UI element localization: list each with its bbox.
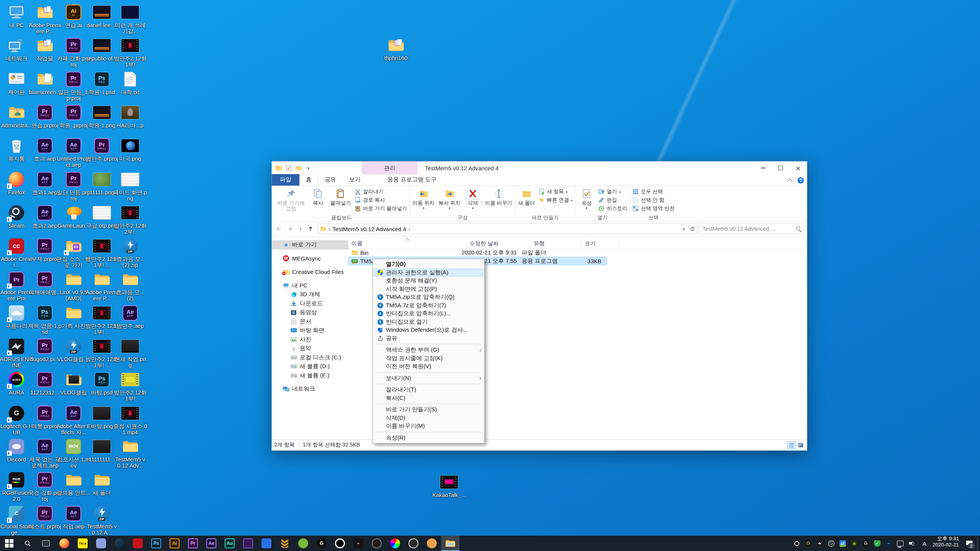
column-header[interactable]: 수정한 날짜 xyxy=(466,240,531,247)
maximize-button[interactable] xyxy=(772,161,789,174)
desktop-icon[interactable]: 작업물 xyxy=(31,36,59,62)
menu-item[interactable]: 속성(R) xyxy=(374,434,483,442)
desktop-icon[interactable]: bluescreen... xyxy=(31,70,59,95)
desktop-icon[interactable]: PsPSD제목 없음-1.psd xyxy=(31,304,59,335)
logitech-icon[interactable]: G xyxy=(862,540,869,547)
forward-button[interactable] xyxy=(286,224,296,234)
collapse-ribbon-icon[interactable] xyxy=(787,179,793,184)
network-tray-icon[interactable] xyxy=(897,540,903,547)
sidebar-item[interactable]: 바탕 화면 xyxy=(272,326,348,335)
taskbar-app-kakaotalk[interactable]: TALK xyxy=(74,536,92,551)
desktop-icon[interactable]: 밤만주2 12화 1부! xyxy=(116,370,144,402)
ime-indicator[interactable]: A xyxy=(919,536,930,551)
desktop-icon[interactable]: LinX v0.9.5 (AMD) xyxy=(59,270,88,302)
desktop-icon[interactable]: PrPROJ학원 .prproj xyxy=(59,103,88,129)
desktop-icon[interactable]: PrAdobe Premiere Pro xyxy=(2,270,31,302)
taskbar-app-aura-small[interactable] xyxy=(386,536,404,551)
desktop-icon[interactable]: 밤만주2 12화 2부!. xyxy=(116,204,144,235)
desktop-icon[interactable]: 효과음 모.. (2).zip xyxy=(116,237,144,268)
desktop-icon[interactable]: thphn160 xyxy=(382,36,410,61)
action-center-button[interactable]: 2 xyxy=(961,536,977,551)
ribbon-button[interactable]: 열기▾ xyxy=(598,187,627,196)
desktop-icon[interactable]: PrPROJ카페 강화.prproj xyxy=(59,36,88,68)
desktop-icon[interactable]: 휴지통 xyxy=(2,137,31,162)
sidebar-item[interactable]: 동영상 xyxy=(272,308,348,317)
taskbar-app-file-explorer[interactable] xyxy=(441,536,459,551)
ribbon-button[interactable]: 새 폴더 xyxy=(516,187,537,207)
desktop-icon[interactable]: AeAEP작업.aep xyxy=(59,504,88,530)
desktop-icon[interactable]: PrPROJ연습.prproj xyxy=(31,103,59,129)
menu-item[interactable]: 바로 가기 만들기(S) xyxy=(374,406,483,414)
desktop-icon[interactable]: PrPROJ국경 강화.prproj xyxy=(31,471,59,502)
tab-menu[interactable]: 공유 xyxy=(318,174,343,186)
taskbar-app-green-app[interactable] xyxy=(294,536,312,551)
sidebar-item[interactable]: 네트워크 xyxy=(272,385,348,394)
desktop-icon[interactable]: AeAEP효과1.aep xyxy=(31,170,59,196)
desktop-icon[interactable]: CCrucial Storage... xyxy=(2,504,31,536)
details-view-button[interactable] xyxy=(787,441,795,449)
qat-new-folder-button[interactable] xyxy=(295,165,302,171)
up-button[interactable] xyxy=(305,224,315,234)
desktop-icon[interactable]: VLOG클립 xyxy=(59,370,88,396)
desktop-icon[interactable]: AeAEP밤만주.aep xyxy=(116,304,144,329)
ghub-tray-icon[interactable]: G xyxy=(805,540,812,547)
sidebar-item[interactable]: 새 볼륨 (E:) xyxy=(272,371,348,380)
desktop-icon[interactable]: PrPROJ11212312... xyxy=(31,370,59,396)
desktop-icon[interactable]: Adobe Premiere P... xyxy=(31,3,59,34)
desktop-icon[interactable]: PsPSD바탕.psd xyxy=(88,370,116,396)
desktop-icon[interactable]: 현재 작업.png xyxy=(116,337,144,368)
sidebar-item[interactable]: MMEGAsync xyxy=(272,254,348,263)
ribbon-button[interactable]: 속성▾ xyxy=(576,187,597,211)
ribbon-button[interactable]: 바로 가기 붙여넣기 xyxy=(354,204,407,213)
menu-item[interactable]: TM5A.zip으로 압축하기(Q) xyxy=(374,293,483,302)
menu-item[interactable]: Windows Defender(으)로 검사... xyxy=(374,326,483,334)
magician-icon[interactable]: ⌁ xyxy=(885,540,892,547)
sidebar-item[interactable]: 문서 xyxy=(272,317,348,326)
taskbar-app-ghub-dark[interactable]: G xyxy=(312,536,331,551)
desktop-icon[interactable]: AiAI연습.ai xyxy=(59,3,88,28)
desktop-icon[interactable]: PrPROJdugod2.pr... xyxy=(31,337,59,362)
ribbon-button[interactable]: 선택 안 함 xyxy=(632,196,675,204)
desktop-icon[interactable]: PrPROJ여행.prproj xyxy=(31,404,59,429)
desktop-icon[interactable]: 대학.txt xyxy=(116,70,144,95)
taskbar-app-blue-app[interactable] xyxy=(257,536,276,551)
desktop-icon[interactable]: republic-of... xyxy=(88,36,116,62)
recent-locations-icon[interactable]: ▾ xyxy=(298,224,303,234)
desktop-icon[interactable]: RGBRGBFusion 2.0 xyxy=(2,471,31,502)
desktop-icon[interactable]: AeAEP효과2.aep xyxy=(31,204,59,229)
ribbon-button[interactable]: 편집 xyxy=(598,196,627,204)
desktop-icon[interactable]: 편집 소스 - 바로 가기 xyxy=(59,237,88,268)
ribbon-button[interactable]: 경로 복사 xyxy=(354,196,407,204)
desktop-icon[interactable]: PrPROJ일단 만듬.prproj xyxy=(59,170,88,202)
taskbar-app-adobe-cc[interactable] xyxy=(129,536,147,551)
defender-tray-icon[interactable]: ✓ xyxy=(874,540,880,547)
desktop-icon[interactable]: AeAEP제목 없는 프로젝트.aep xyxy=(31,437,59,469)
taskbar-app-premiere[interactable]: Pr xyxy=(184,536,202,551)
desktop-icon[interactable]: AORUS ENGINE xyxy=(2,337,31,368)
desktop-icon[interactable]: AeAEP효과.aep xyxy=(31,137,59,162)
back-button[interactable] xyxy=(273,224,283,234)
sidebar-item[interactable]: 로컬 디스크 (C:) xyxy=(272,353,348,362)
ribbon-button[interactable]: 복사 xyxy=(308,187,328,207)
desktop-icon[interactable]: Administra... xyxy=(2,103,31,129)
taskbar-app-steam[interactable] xyxy=(110,536,129,551)
minimize-button[interactable] xyxy=(754,161,772,174)
desktop-icon[interactable]: 11111.png xyxy=(88,170,116,196)
taskbar-app-character-app[interactable] xyxy=(423,536,441,551)
start-button[interactable] xyxy=(0,536,18,551)
menu-item[interactable]: 반디집으로 압축하기(L)... xyxy=(374,310,483,318)
menu-item[interactable]: 시작 화면에 고정(P) xyxy=(374,285,483,293)
show-desktop-button[interactable] xyxy=(977,536,980,551)
menu-item[interactable]: 복사(C) xyxy=(374,394,483,403)
ribbon-button[interactable]: 이동 위치▾ xyxy=(411,187,437,211)
desktop-icon[interactable]: AeAEPUntitled Project.aep xyxy=(59,137,88,168)
ribbon-button[interactable]: 새 항목▾ xyxy=(539,187,573,196)
desktop-icon[interactable]: 페이드 화면.png xyxy=(116,170,144,202)
thumbnail-view-button[interactable] xyxy=(796,441,805,449)
qat-properties-button[interactable] xyxy=(285,165,292,171)
desktop-icon[interactable]: 내 PC xyxy=(2,3,31,28)
close-button[interactable] xyxy=(789,161,807,174)
ribbon-button[interactable]: 모두 선택 xyxy=(632,187,675,196)
breadcrumb[interactable]: › TestMem5 v0.12 Advanced 4 › ▾ xyxy=(318,223,697,234)
taskbar-app-discord[interactable] xyxy=(92,536,110,551)
